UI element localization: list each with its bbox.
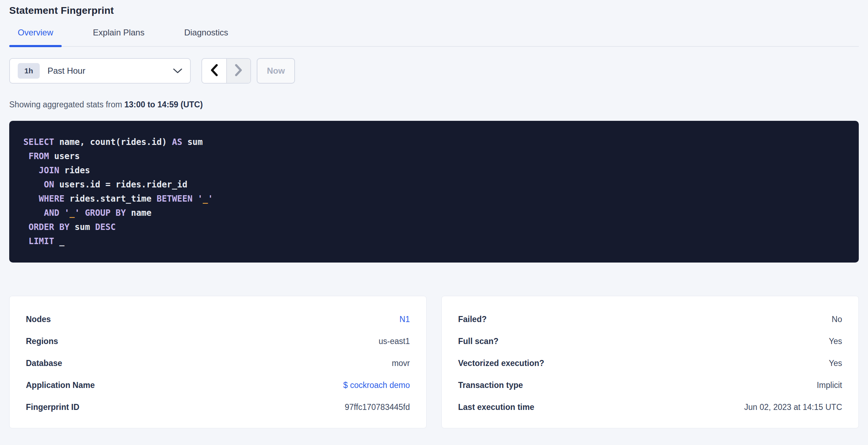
- time-controls: 1h Past Hour: [9, 58, 859, 84]
- time-step-buttons: [201, 58, 251, 84]
- chevron-right-icon: [235, 64, 243, 78]
- detail-row-transaction-type: Transaction type Implicit: [458, 374, 842, 396]
- detail-label: Nodes: [26, 315, 51, 324]
- time-range-badge: 1h: [18, 63, 40, 79]
- chevron-left-icon: [210, 64, 218, 78]
- tab-diagnostics[interactable]: Diagnostics: [176, 28, 237, 46]
- next-time-button[interactable]: [226, 59, 250, 83]
- detail-row-failed: Failed? No: [458, 308, 842, 330]
- details-cards: Nodes N1 Regions us-east1 Database movr …: [9, 296, 859, 428]
- detail-label: Regions: [26, 337, 58, 346]
- detail-value: Yes: [829, 337, 842, 346]
- tab-explain-plans[interactable]: Explain Plans: [84, 28, 153, 46]
- detail-value: No: [832, 315, 842, 324]
- detail-row-nodes: Nodes N1: [26, 308, 410, 330]
- page-title: Statement Fingerprint: [9, 0, 859, 16]
- chevron-down-icon: [173, 68, 182, 74]
- application-name-link[interactable]: $ cockroach demo: [343, 381, 410, 390]
- now-button[interactable]: Now: [257, 58, 295, 84]
- detail-value: Yes: [829, 359, 842, 368]
- detail-label: Failed?: [458, 315, 487, 324]
- time-range-dropdown[interactable]: 1h Past Hour: [9, 58, 191, 84]
- detail-value: Implicit: [817, 381, 842, 390]
- detail-label: Transaction type: [458, 381, 523, 390]
- previous-time-button[interactable]: [202, 59, 226, 83]
- detail-value: us-east1: [379, 337, 410, 346]
- detail-value: 97ffc170783445fd: [345, 402, 410, 412]
- caption-prefix: Showing aggregated stats from: [9, 100, 124, 109]
- detail-row-vectorized: Vectorized execution? Yes: [458, 352, 842, 374]
- sql-statement-box: SELECT name, count(rides.id) AS sum FROM…: [9, 121, 859, 263]
- aggregated-stats-caption: Showing aggregated stats from 13:00 to 1…: [9, 100, 859, 109]
- statement-details-card: Nodes N1 Regions us-east1 Database movr …: [9, 296, 427, 428]
- time-range-label: Past Hour: [48, 66, 85, 76]
- detail-row-regions: Regions us-east1: [26, 330, 410, 352]
- detail-value: Jun 02, 2023 at 14:15 UTC: [744, 402, 842, 412]
- detail-row-application-name: Application Name $ cockroach demo: [26, 374, 410, 396]
- detail-label: Vectorized execution?: [458, 359, 544, 368]
- statement-fingerprint-page: Statement Fingerprint Overview Explain P…: [0, 0, 868, 428]
- detail-row-database: Database movr: [26, 352, 410, 374]
- nodes-link[interactable]: N1: [400, 315, 410, 324]
- detail-label: Database: [26, 359, 62, 368]
- tab-bar: Overview Explain Plans Diagnostics: [9, 28, 859, 47]
- execution-attributes-card: Failed? No Full scan? Yes Vectorized exe…: [441, 296, 859, 428]
- tab-overview[interactable]: Overview: [9, 28, 62, 46]
- detail-label: Application Name: [26, 381, 95, 390]
- sql-code: SELECT name, count(rides.id) AS sum FROM…: [23, 135, 845, 248]
- detail-row-fingerprint-id: Fingerprint ID 97ffc170783445fd: [26, 396, 410, 418]
- detail-row-full-scan: Full scan? Yes: [458, 330, 842, 352]
- detail-row-last-execution-time: Last execution time Jun 02, 2023 at 14:1…: [458, 396, 842, 418]
- detail-label: Full scan?: [458, 337, 499, 346]
- detail-label: Last execution time: [458, 402, 534, 412]
- caption-time-range: 13:00 to 14:59 (UTC): [124, 100, 203, 109]
- detail-label: Fingerprint ID: [26, 402, 79, 412]
- detail-value: movr: [392, 359, 410, 368]
